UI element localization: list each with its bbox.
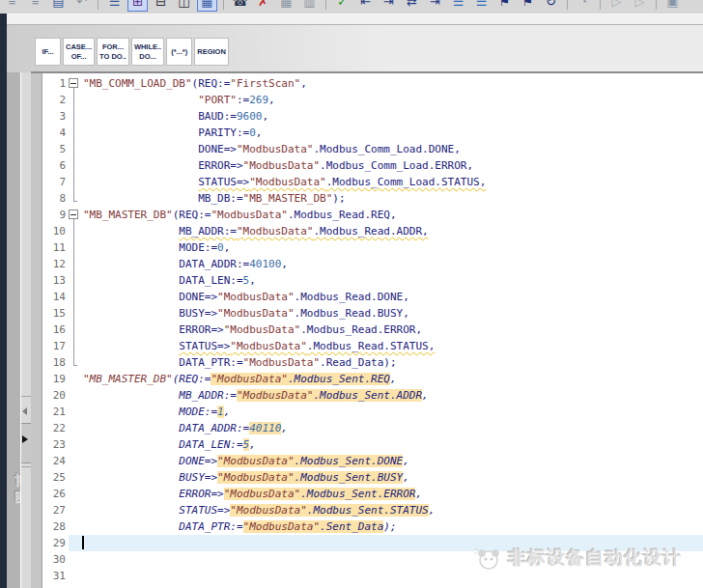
code-line-19[interactable]: 19"MB_MASTER_DB"(REQ:="ModbusData".Modbu… xyxy=(31,371,703,387)
code-token: .Modbus_Sent.STATUS xyxy=(307,504,429,517)
code-token: MB_DB:= xyxy=(198,192,242,205)
fold-guide-line xyxy=(73,354,74,365)
code-line-23[interactable]: 23 DATA_LEN:=5, xyxy=(31,436,703,453)
monitor-box-icon[interactable]: ▣ xyxy=(662,0,683,12)
snippet-comment-button[interactable]: (*...*) xyxy=(166,38,192,66)
line-number: 22 xyxy=(44,420,66,436)
code-editor[interactable]: 1"MB_COMM_LOAD_DB"(REQ:="FirstScan",2 "P… xyxy=(31,73,703,588)
code-line-22[interactable]: 22 DATA_ADDR:=40110, xyxy=(31,420,703,436)
update-calls-icon[interactable]: ⇄ xyxy=(402,0,422,12)
code-text: BUSY=>"ModbusData".Modbus_Sent.BUSY, xyxy=(83,469,409,486)
compile-check-icon[interactable]: ✓ xyxy=(332,0,352,12)
code-line-25[interactable]: 25 BUSY=>"ModbusData".Modbus_Sent.BUSY, xyxy=(31,469,703,486)
code-line-1[interactable]: 1"MB_COMM_LOAD_DB"(REQ:="FirstScan", xyxy=(31,75,703,92)
code-line-6[interactable]: 6 ERROR=>"ModbusData".Modbus_Comm_Load.E… xyxy=(31,157,703,174)
code-token: BUSY=> xyxy=(179,307,217,320)
format-align-icon[interactable]: ☰ xyxy=(448,0,468,12)
code-line-14[interactable]: 14 DONE=>"ModbusData".Modbus_Read.DONE, xyxy=(31,289,703,305)
code-line-8[interactable]: 8 MB_DB:="MB_MASTER_DB"); xyxy=(31,190,703,207)
bookmark-set-icon[interactable]: ⚑ xyxy=(494,0,515,12)
outdent-icon[interactable]: ≡ xyxy=(2,0,22,12)
fold-guide-line xyxy=(73,289,74,305)
code-token: ); xyxy=(383,520,396,533)
snippet-if-button[interactable]: IF... xyxy=(35,38,61,66)
start-monitoring-icon[interactable]: ▷ xyxy=(606,0,627,12)
insert-network-icon[interactable]: ▦ xyxy=(197,0,217,12)
view-document-icon[interactable]: ▤ xyxy=(48,0,69,12)
code-token: "ModbusData" xyxy=(224,323,300,336)
code-line-28[interactable]: 28 DATA_PTR:="ModbusData".Sent_Data); xyxy=(31,518,703,535)
line-number: 18 xyxy=(44,354,66,371)
collapse-left-icon[interactable] xyxy=(22,407,27,415)
fold-guide-line xyxy=(73,157,74,174)
code-line-9[interactable]: 9"MB_MASTER_DB"(REQ:="ModbusData".Modbus… xyxy=(31,207,703,223)
expand-right-icon[interactable] xyxy=(22,435,28,443)
insert-block-icon[interactable]: ⊞ xyxy=(127,0,148,12)
fold-collapse-icon[interactable] xyxy=(69,78,78,88)
add-parameter-icon[interactable]: ⇥ xyxy=(425,0,445,12)
cancel-call-icon[interactable]: ✗ xyxy=(253,0,273,12)
fold-guide-line xyxy=(73,338,74,354)
snippet-region-button[interactable]: REGION xyxy=(194,38,229,66)
code-token: "ModbusData" xyxy=(243,356,320,369)
code-line-3[interactable]: 3 BAUD:=9600, xyxy=(31,108,703,125)
indent-icon[interactable]: ≡ xyxy=(25,0,45,12)
splitter-handle[interactable] xyxy=(21,423,31,463)
code-token: "MB_MASTER_DB" xyxy=(83,373,173,385)
code-line-11[interactable]: 11 MODE:=0, xyxy=(31,239,703,256)
snippet-for-button[interactable]: FOR... TO DO.. xyxy=(97,38,129,66)
code-token: (REQ:= xyxy=(173,209,211,221)
code-text: MB_DB:="MB_MASTER_DB"); xyxy=(83,190,346,207)
line-number: 27 xyxy=(44,502,66,518)
snippet-case-button[interactable]: CASE... OF... xyxy=(63,38,95,66)
code-line-26[interactable]: 26 ERROR=>"ModbusData".Modbus_Sent.ERROR… xyxy=(31,486,703,502)
refresh-icon[interactable]: ↻ xyxy=(541,0,561,12)
watermark-text: 非标设备自动化设计 xyxy=(508,546,682,571)
fold-collapse-icon[interactable] xyxy=(69,210,78,219)
watch-icon[interactable]: ◔ xyxy=(574,0,594,12)
code-line-24[interactable]: 24 DONE=>"ModbusData".Modbus_Sent.DONE, xyxy=(31,453,703,469)
sync-call-icon[interactable]: ⇥ xyxy=(379,0,399,12)
code-token: "MB_COMM_LOAD_DB" xyxy=(83,77,192,90)
code-line-7[interactable]: 7 STATUS=>"ModbusData".Modbus_Comm_Load.… xyxy=(31,174,703,190)
code-line-27[interactable]: 27 STATUS=>"ModbusData".Modbus_Sent.STAT… xyxy=(31,502,703,518)
left-gutter: 博图 xyxy=(7,72,20,588)
line-number: 7 xyxy=(44,174,66,190)
code-line-21[interactable]: 21 MODE:=1, xyxy=(31,404,703,420)
goto-definition-icon[interactable]: ⇤ xyxy=(355,0,376,12)
undo-icon[interactable]: ↶ xyxy=(71,0,92,12)
delete-row-icon[interactable]: ⊟ xyxy=(151,0,171,12)
code-line-5[interactable]: 5 DONE=>"ModbusData".Modbus_Comm_Load.DO… xyxy=(31,141,703,157)
step-icon[interactable]: ▷ xyxy=(630,0,650,12)
line-number: 10 xyxy=(44,223,66,239)
insert-empty-box-icon[interactable]: ◫ xyxy=(174,0,194,12)
code-line-17[interactable]: 17 STATUS=>"ModbusData".Modbus_Read.STAT… xyxy=(31,338,703,354)
fold-guide-line xyxy=(73,92,74,108)
data-block-icon[interactable]: ▥ xyxy=(299,0,320,12)
format-align-2-icon[interactable]: ☰ xyxy=(471,0,492,12)
call-structure-icon[interactable]: ☎ xyxy=(230,0,250,12)
code-text: BAUD:=9600, xyxy=(83,108,268,125)
bookmark-next-icon[interactable]: ⚑ xyxy=(518,0,538,12)
code-line-16[interactable]: 16 ERROR=>"ModbusData".Modbus_Read.ERROR… xyxy=(31,322,703,338)
code-token: , xyxy=(249,274,256,287)
code-token: STATUS=> xyxy=(179,340,230,352)
text-caret xyxy=(82,536,84,549)
fold-guide-line xyxy=(73,108,74,125)
code-line-20[interactable]: 20 MB_ADDR:="ModbusData".Modbus_Sent.ADD… xyxy=(31,387,703,404)
line-number: 25 xyxy=(44,469,66,486)
toolbar: ≡≡▤↶☰⊞⊟◫▦☎✗▦▥✓⇤⇥⇄⇥☰☰⚑⚑↻◔▷▷▣ xyxy=(0,0,703,14)
code-line-15[interactable]: 15 BUSY=>"ModbusData".Modbus_Read.BUSY, xyxy=(31,305,703,322)
code-line-12[interactable]: 12 DATA_ADDR:=40100, xyxy=(31,256,703,272)
code-line-10[interactable]: 10 MB_ADDR:="ModbusData".Modbus_Read.ADD… xyxy=(31,223,703,239)
snippet-while-button[interactable]: WHILE.. DO... xyxy=(131,38,164,66)
code-line-2[interactable]: 2 "PORT":=269, xyxy=(31,92,703,108)
insert-row-icon[interactable]: ☰ xyxy=(104,0,125,12)
code-token: ERROR=> xyxy=(179,323,223,336)
memory-card-icon[interactable]: ▦ xyxy=(276,0,296,12)
code-text: DONE=>"ModbusData".Modbus_Read.DONE, xyxy=(83,289,409,305)
code-line-4[interactable]: 4 PARITY:=0, xyxy=(31,125,703,141)
code-line-13[interactable]: 13 DATA_LEN:=5, xyxy=(31,272,703,289)
window-frame-strip xyxy=(0,14,7,588)
code-line-18[interactable]: 18 DATA_PTR:="ModbusData".Read_Data); xyxy=(31,354,703,371)
